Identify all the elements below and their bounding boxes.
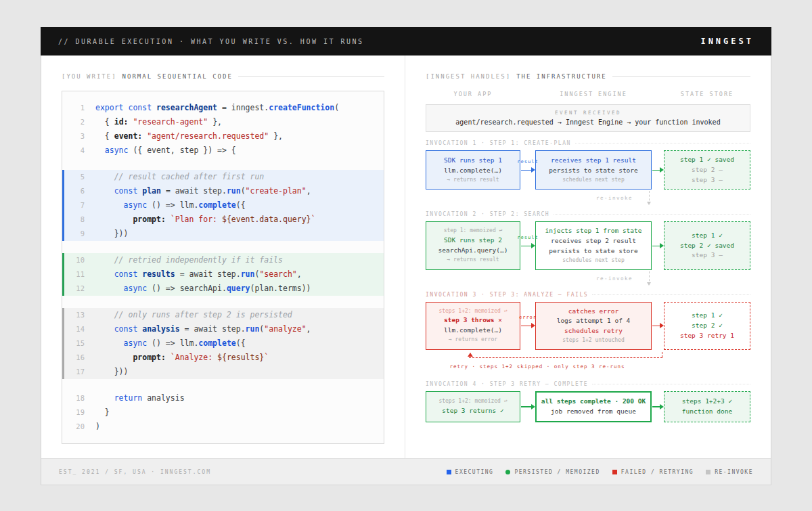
- box-line: step 3 throws ✕: [429, 316, 517, 325]
- code-token: results: [142, 269, 175, 279]
- code-line: 13 // only runs after step 2 is persiste…: [62, 308, 384, 322]
- flow-arrow: [652, 241, 664, 250]
- footer-bar: EST_ 2021 / SF, USA · INNGEST.COM EXECUT…: [41, 459, 771, 485]
- box-line: step 1: memoized ↩: [429, 227, 517, 235]
- code-token: export const: [95, 103, 156, 112]
- code-token: [166, 353, 171, 362]
- code-line: 11 const results = await step.run("searc…: [62, 267, 384, 282]
- code-token: "search": [259, 269, 296, 279]
- code-text: prompt: `Plan for: ${event.data.query}`: [95, 213, 315, 227]
- code-text: // result cached after first run: [95, 170, 264, 184]
- code-token: [166, 215, 171, 224]
- flow-box: injects step 1 from statereceives step 2…: [535, 221, 652, 269]
- code-token: "research-agent": [133, 117, 208, 127]
- arrow-head-icon: [531, 167, 535, 173]
- line-number: 18: [64, 391, 85, 405]
- code-pane-label-bracket: [YOU WRITE]: [62, 73, 117, 80]
- code-token: (plan.terms)): [250, 284, 311, 293]
- box-line: steps 1+2+3 ✓: [667, 397, 747, 406]
- code-token: prompt:: [133, 215, 165, 224]
- content-card: [YOU WRITE] NORMAL SEQUENTIAL CODE 1expo…: [41, 55, 771, 485]
- code-text: async () => searchApi.query(plan.terms)): [95, 282, 311, 296]
- reinvoke-label: re-invoke: [596, 195, 633, 201]
- code-pane-label: [YOU WRITE] NORMAL SEQUENTIAL CODE: [62, 73, 384, 80]
- code-token: ): [95, 422, 100, 431]
- line-number: 6: [64, 184, 85, 198]
- line-number: 16: [64, 351, 85, 365]
- code-token: // result cached after first run: [95, 172, 264, 181]
- legend-item: RE-INVOKE: [706, 469, 753, 475]
- arrow-head-icon: [660, 404, 664, 409]
- code-text: }: [95, 405, 110, 420]
- code-token: async: [95, 284, 147, 293]
- code-token: () => llm.: [147, 200, 198, 210]
- box-line: catches error: [539, 307, 648, 316]
- code-token: run: [246, 324, 260, 334]
- flow-box: receives step 1 resultpersists to state …: [535, 150, 652, 190]
- retry-loop-connector: retry · steps 1+2 skipped · only step 3 …: [426, 353, 750, 374]
- code-gap: [62, 296, 384, 308]
- reinvoke-connector: re-invoke: [426, 191, 750, 204]
- column-header-your-app: YOUR APP: [426, 91, 520, 97]
- flow-box: steps 1+2+3 ✓function done: [664, 391, 750, 422]
- code-text: async () => llm.complete({: [95, 198, 246, 213]
- arrow-label: result: [517, 159, 538, 164]
- code-token: `: [264, 353, 269, 362]
- line-number: 2: [64, 115, 85, 129]
- event-box-text: agent/research.requested → Inngest Engin…: [429, 118, 747, 126]
- invocation-row: steps 1+2: memoized ↩step 3 returns ✓all…: [426, 391, 750, 422]
- code-token: = await step.: [175, 269, 241, 279]
- code-token: = inngest.: [217, 103, 269, 112]
- flow-arrow: [520, 402, 535, 412]
- code-token: ${results}: [217, 353, 264, 362]
- code-text: prompt: `Analyze: ${results}`: [95, 351, 269, 365]
- box-line: → returns error: [429, 336, 517, 344]
- line-number: 17: [64, 365, 85, 379]
- line-number: 20: [64, 420, 85, 434]
- box-line: injects step 1 from state: [539, 227, 648, 236]
- code-line: 1export const researchAgent = inngest.cr…: [62, 101, 384, 115]
- event-box-title: EVENT RECEIVED: [429, 110, 747, 116]
- code-token: "create-plan": [246, 186, 307, 196]
- flow-arrow: [652, 321, 664, 330]
- line-number: 11: [64, 267, 85, 282]
- event-received-box: EVENT RECEIVED agent/research.requested …: [426, 104, 750, 132]
- code-token: ({: [236, 338, 246, 348]
- flow-arrow: error: [520, 321, 535, 330]
- arrow-head-icon: [660, 323, 664, 328]
- code-token: })): [95, 367, 128, 376]
- code-line: 9 })): [62, 227, 384, 241]
- code-gap: [62, 379, 384, 391]
- arrow-line: [521, 406, 532, 407]
- legend-item: FAILED / RETRYING: [612, 469, 694, 475]
- legend-item: EXECUTING: [447, 469, 494, 475]
- box-line: schedules next step: [539, 257, 648, 265]
- legend-item: PERSISTED / MEMOIZED: [505, 469, 600, 475]
- code-token: analysis: [147, 393, 184, 403]
- box-line: → returns result: [429, 257, 517, 264]
- arrow-head-icon: [531, 404, 535, 409]
- code-text: { id: "research-agent" },: [95, 115, 222, 129]
- code-text: const plan = await step.run("create-plan…: [95, 184, 311, 198]
- code-text: { event: "agent/research.requested" },: [95, 129, 283, 143]
- re-invoke-color-chip-icon: [706, 470, 710, 474]
- code-token: async: [95, 146, 128, 155]
- code-gap: [62, 241, 384, 253]
- arrow-head-icon: [660, 243, 664, 248]
- code-line: 5 // result cached after first run: [62, 170, 384, 184]
- code-token: () => searchApi.: [147, 284, 227, 293]
- code-line: 12 async () => searchApi.query(plan.term…: [62, 282, 384, 296]
- box-line: step 2 —: [667, 166, 747, 175]
- box-line: function done: [667, 407, 747, 416]
- code-token: id:: [114, 117, 129, 127]
- box-line: all steps complete · 200 OK: [539, 397, 648, 406]
- code-token: createFunction: [269, 103, 334, 112]
- invocation-label: INVOCATION 3 · STEP 3: ANALYZE — FAILS: [426, 292, 750, 298]
- code-text: })): [95, 365, 128, 379]
- code-token: // retried independently if it fails: [95, 255, 283, 265]
- arrow-label: error: [519, 315, 537, 320]
- reinvoke-dashed-arrow-icon: [649, 271, 650, 285]
- code-line: 8 prompt: `Plan for: ${event.data.query}…: [62, 213, 384, 227]
- code-token: }: [95, 407, 110, 417]
- brand-logo: INNGEST: [700, 37, 754, 46]
